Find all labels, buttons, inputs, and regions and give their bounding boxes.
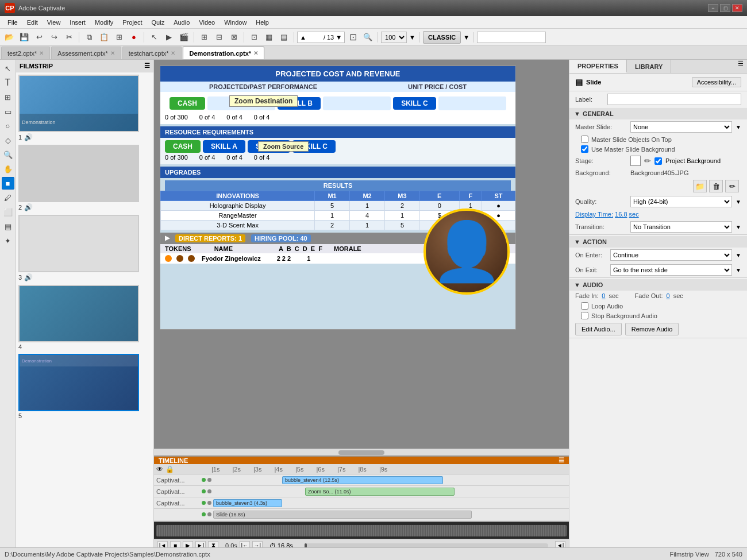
filmstrip-slide-4[interactable]: 4 — [18, 285, 151, 352]
menu-modify[interactable]: Modify — [91, 18, 117, 27]
tl-set-time[interactable]: ⧗ — [208, 541, 218, 548]
tab-test2[interactable]: test2.cptx* ✕ — [1, 47, 50, 59]
media-button[interactable]: 🎬 — [177, 31, 191, 44]
smart-shape-tool[interactable]: ◇ — [2, 134, 14, 146]
stop-bg-audio-checkbox[interactable] — [581, 312, 588, 319]
menu-audio[interactable]: Audio — [170, 18, 194, 27]
use-master-bg-checkbox[interactable] — [581, 145, 588, 153]
master-slide-select[interactable]: None — [630, 121, 732, 133]
menu-project[interactable]: Project — [118, 18, 146, 27]
oval-tool[interactable]: ○ — [2, 119, 14, 132]
slide-1-audio-icon[interactable]: 🔊 — [24, 133, 33, 141]
eraser-tool[interactable]: ⬜ — [2, 206, 14, 218]
grid-button[interactable]: ⊞ — [197, 31, 211, 44]
tab-demonstration-close[interactable]: ✕ — [253, 50, 258, 56]
tab-assessment[interactable]: Assessment.cptx* ✕ — [51, 47, 121, 59]
pointer-button[interactable]: ↖ — [147, 31, 161, 44]
tab-assessment-close[interactable]: ✕ — [110, 50, 115, 56]
zoom-out-button[interactable]: 🔍 — [361, 31, 375, 44]
effects-tool[interactable]: ✦ — [2, 234, 14, 247]
prev-slide-icon[interactable]: ▲ — [300, 34, 306, 41]
table-button[interactable]: ▦ — [262, 31, 276, 44]
tl-bar-4[interactable]: Slide (16.8s) — [213, 511, 472, 519]
tab-test2-close[interactable]: ✕ — [39, 50, 44, 56]
filmstrip-slide-3[interactable]: 3 🔊 — [18, 215, 151, 283]
rp-menu-icon[interactable]: ☰ — [734, 60, 747, 73]
slide-number-input[interactable]: 5 — [308, 34, 322, 41]
tl-dot-3a[interactable] — [202, 501, 206, 505]
rp-tab-library[interactable]: LIBRARY — [627, 60, 671, 73]
cash-skill-btn-2[interactable]: CASH — [165, 140, 201, 153]
tl-bar-2[interactable]: Zoom So... (11.0s) — [305, 488, 455, 496]
tl-bar-3[interactable]: bubble_steven3 (4.3s) — [213, 499, 282, 507]
transition-dropdown-icon[interactable]: ▼ — [736, 224, 741, 230]
search-input[interactable] — [477, 32, 546, 43]
general-section-header[interactable]: ▼ GENERAL — [569, 108, 747, 119]
copy-button[interactable]: ⧉ — [82, 31, 96, 44]
canvas-scrollbar-h[interactable] — [154, 449, 569, 455]
snap-button[interactable]: ⊟ — [212, 31, 226, 44]
menu-video[interactable]: Video — [195, 18, 219, 27]
filmstrip-slide-5[interactable]: Demonstration 5 — [18, 354, 151, 420]
remove-audio-button[interactable]: Remove Audio — [625, 323, 679, 335]
align-button[interactable]: ⊡ — [247, 31, 261, 44]
menu-view[interactable]: View — [43, 18, 65, 27]
menu-quiz[interactable]: Quiz — [148, 18, 169, 27]
quality-dropdown-icon[interactable]: ▼ — [736, 199, 741, 205]
guides-button[interactable]: ⊠ — [227, 31, 241, 44]
bg-folder-icon[interactable]: 📁 — [693, 180, 707, 192]
undo-button[interactable]: ↩ — [32, 31, 46, 44]
menu-file[interactable]: File — [3, 18, 22, 27]
slide-3-audio-icon[interactable]: 🔊 — [24, 273, 33, 281]
menu-insert[interactable]: Insert — [66, 18, 90, 27]
action-section-header[interactable]: ▼ ACTION — [569, 236, 747, 248]
menu-help[interactable]: Help — [252, 18, 273, 27]
tl-prev-frame[interactable]: |← — [240, 541, 250, 548]
rp-tab-properties[interactable]: PROPERTIES — [569, 60, 627, 73]
stage-edit-icon[interactable]: ✏ — [644, 156, 651, 165]
open-button[interactable]: 📂 — [2, 31, 16, 44]
preview-button[interactable]: ▶ — [162, 31, 176, 44]
bg-delete-icon[interactable]: 🗑 — [709, 180, 723, 192]
tl-dot-1a[interactable] — [202, 478, 206, 482]
filmstrip-slide-1[interactable]: Demonstration 1 🔊 — [18, 75, 151, 142]
tl-dot-2b[interactable] — [207, 489, 211, 493]
eye-icon[interactable]: 👁 — [156, 465, 163, 473]
zoom-tool[interactable]: 🔍 — [2, 148, 14, 161]
on-enter-dropdown-icon[interactable]: ▼ — [736, 252, 741, 258]
lock-icon[interactable]: 🔒 — [165, 465, 174, 473]
bg-edit-icon[interactable]: ✏ — [725, 180, 739, 192]
tl-end[interactable]: ◄| — [555, 541, 565, 548]
tl-stop[interactable]: ■ — [170, 541, 180, 548]
menu-edit[interactable]: Edit — [23, 18, 42, 27]
brush-tool[interactable]: 🖊 — [2, 191, 14, 204]
tl-play[interactable]: ▶ — [183, 541, 193, 548]
edit-audio-button[interactable]: Edit Audio... — [575, 323, 622, 335]
rect-tool[interactable]: ▭ — [2, 105, 14, 118]
record-button[interactable]: ● — [127, 31, 141, 44]
tl-next-frame[interactable]: →| — [252, 541, 263, 548]
quality-select[interactable]: High (24-bit) — [630, 196, 732, 207]
accessibility-button[interactable]: Accessibility... — [692, 77, 741, 87]
cut-button[interactable]: ✂ — [62, 31, 76, 44]
loop-audio-checkbox[interactable] — [581, 302, 588, 310]
timeline-menu-icon[interactable]: ☰ — [559, 457, 564, 464]
filmstrip-btn[interactable]: ▤ — [2, 220, 14, 233]
next-slide-icon[interactable]: ▼ — [336, 34, 342, 41]
fade-in-value[interactable]: 0 — [602, 292, 605, 299]
master-objects-checkbox[interactable] — [581, 136, 588, 143]
cash-skill-btn[interactable]: CASH — [170, 97, 205, 110]
tl-dot-4a[interactable] — [202, 512, 206, 516]
on-exit-dropdown-icon[interactable]: ▼ — [736, 267, 741, 273]
tl-go-start[interactable]: |◄ — [157, 541, 168, 548]
text-tool[interactable]: T — [2, 76, 14, 89]
skilla-btn-2[interactable]: SKILL A — [203, 140, 245, 153]
transition-select[interactable]: No Transition — [630, 221, 732, 233]
select-tool[interactable]: ↖ — [2, 62, 14, 75]
label-input[interactable] — [607, 94, 741, 105]
menu-window[interactable]: Window — [220, 18, 251, 27]
filmstrip-slide-2[interactable]: 2 🔊 — [18, 145, 151, 213]
classic-dropdown-icon[interactable]: ▼ — [463, 34, 469, 41]
slide-2-audio-icon[interactable]: 🔊 — [24, 203, 33, 211]
skillc-btn-1[interactable]: SKILL C — [393, 97, 436, 110]
